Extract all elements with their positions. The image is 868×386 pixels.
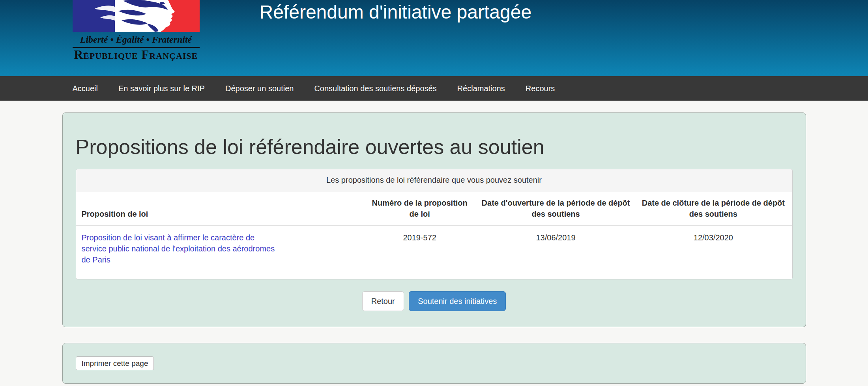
soutenir-initiatives-button[interactable]: Soutenir des initiatives <box>409 291 506 311</box>
retour-button[interactable]: Retour <box>362 291 404 311</box>
nav-item-deposer-un-soutien[interactable]: Déposer un soutien <box>215 76 304 101</box>
main-nav: Accueil En savoir plus sur le RIP Dépose… <box>0 76 868 101</box>
nav-item-reclamations[interactable]: Réclamations <box>447 76 515 101</box>
nav-item-en-savoir-plus[interactable]: En savoir plus sur le RIP <box>108 76 215 101</box>
nav-item-consultation-soutiens[interactable]: Consultation des soutiens déposés <box>304 76 447 101</box>
logo-motto: Liberté • Égalité • Fraternité <box>73 35 200 44</box>
table-header-row: Proposition de loi Numéro de la proposit… <box>76 191 792 226</box>
imprimer-page-button[interactable]: Imprimer cette page <box>76 356 154 370</box>
marianne-flag-icon <box>73 0 200 32</box>
column-header-numero: Numéro de la proposition de loi <box>363 191 477 226</box>
print-panel: Imprimer cette page <box>62 343 806 384</box>
propositions-table-wrapper: Les propositions de loi référendaire que… <box>76 169 793 279</box>
republique-francaise-logo[interactable]: Liberté • Égalité • Fraternité Républiqu… <box>73 0 200 61</box>
nav-list: Accueil En savoir plus sur le RIP Dépose… <box>62 76 806 101</box>
nav-item-recours[interactable]: Recours <box>515 76 565 101</box>
column-header-proposition: Proposition de loi <box>76 191 363 226</box>
page-content: Propositions de loi référendaire ouverte… <box>62 112 806 384</box>
cell-date-cloture: 12/03/2020 <box>634 226 792 271</box>
table-row: Proposition de loi visant à affirmer le … <box>76 226 792 271</box>
page-title: Propositions de loi référendaire ouverte… <box>76 136 793 158</box>
table-caption: Les propositions de loi référendaire que… <box>76 169 792 191</box>
site-title: Référendum d'initiative partagée <box>260 1 532 24</box>
propositions-table: Proposition de loi Numéro de la proposit… <box>76 191 792 271</box>
logo-republic-name: République Française <box>73 49 200 61</box>
propositions-panel: Propositions de loi référendaire ouverte… <box>62 112 806 327</box>
column-header-date-cloture: Date de clôture de la période de dépôt d… <box>634 191 792 226</box>
column-header-date-ouverture: Date d'ouverture de la période de dépôt … <box>477 191 634 226</box>
cell-date-ouverture: 13/06/2019 <box>477 226 634 271</box>
proposition-link[interactable]: Proposition de loi visant à affirmer le … <box>82 233 275 264</box>
actions-bar: Retour Soutenir des initiatives <box>76 291 793 311</box>
cell-numero: 2019-572 <box>363 226 477 271</box>
site-header: Liberté • Égalité • Fraternité Républiqu… <box>0 0 868 76</box>
nav-item-accueil[interactable]: Accueil <box>62 76 108 101</box>
